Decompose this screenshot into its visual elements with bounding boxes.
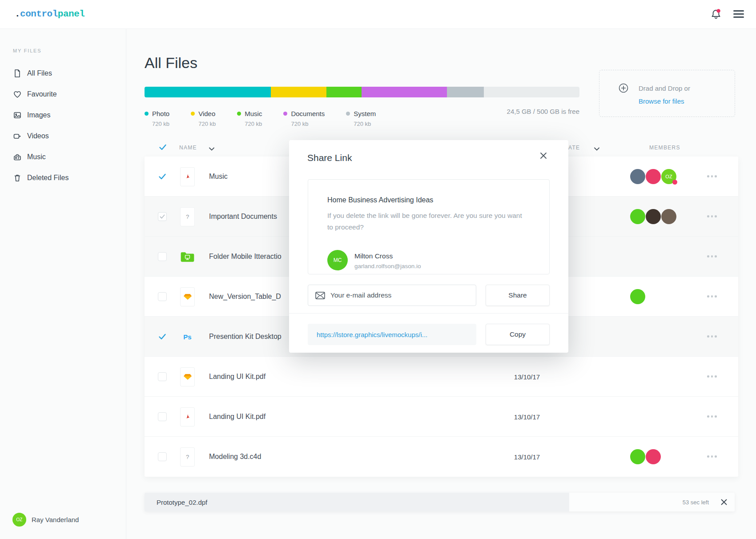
heart-icon <box>13 90 22 99</box>
file-name: New_Version_Table_D <box>209 277 281 317</box>
video-camera-icon <box>13 132 22 141</box>
pdf-file-icon <box>180 407 195 426</box>
sidebar-item-deleted-files[interactable]: Deleted Files <box>0 167 126 188</box>
row-checkbox-unchecked[interactable] <box>158 252 167 261</box>
sidebar-item-favourite[interactable]: Favourite <box>0 84 126 105</box>
storage-free-label: 24,5 GB / 500 GB is free <box>467 108 579 115</box>
sketch-file-icon <box>180 367 195 386</box>
chevron-down-icon[interactable] <box>594 147 599 151</box>
legend-item: Video720 kb <box>191 110 216 127</box>
row-checkbox-unchecked[interactable] <box>158 292 167 301</box>
email-input-wrapper <box>308 285 476 306</box>
sidebar-divider <box>126 29 126 539</box>
row-checkbox-checked-gray[interactable] <box>158 212 167 221</box>
sidebar: All Files Favourite Images Videos Music … <box>0 63 126 188</box>
file-name: Landing UI Kit.pdf <box>209 357 265 397</box>
sidebar-item-all-files[interactable]: All Files <box>0 63 126 84</box>
row-menu-dots[interactable] <box>707 255 717 257</box>
chevron-down-icon[interactable] <box>209 147 214 151</box>
contact-avatar: MC <box>327 250 348 270</box>
row-menu-dots[interactable] <box>707 335 717 338</box>
share-warning-text: If you delete the link will be gone fore… <box>327 210 527 233</box>
frog-avatar <box>630 289 645 304</box>
user-name: Ray Vanderland <box>32 516 79 523</box>
row-checkbox-checked[interactable] <box>158 332 167 341</box>
shared-file-panel: Home Business Advertising Ideas If you d… <box>308 179 550 274</box>
close-icon[interactable] <box>539 152 547 160</box>
storage-free-segment <box>484 87 579 97</box>
file-name: Important Documents <box>209 197 277 237</box>
column-header-members: MEMBERS <box>649 145 680 151</box>
frog-avatar <box>630 449 645 464</box>
photo-blue-avatar <box>630 169 645 184</box>
envelope-icon <box>315 292 325 299</box>
upload-progress-fill <box>145 493 569 511</box>
sidebar-item-images[interactable]: Images <box>0 105 126 125</box>
app-logo[interactable]: .controlpanel <box>15 9 84 19</box>
file-dropzone[interactable]: Drad and Drop or Browse for files <box>599 70 735 117</box>
table-row[interactable]: Landing UI Kit.pdf 13/10/17 <box>145 357 738 397</box>
member-avatars: OZ <box>630 169 676 184</box>
modal-title: Share Link <box>307 153 352 163</box>
row-menu-dots[interactable] <box>707 455 717 458</box>
user-avatar: OZ <box>12 513 26 527</box>
row-menu-dots[interactable] <box>707 415 717 418</box>
sidebar-item-label: Favourite <box>27 90 57 98</box>
row-checkbox-unchecked[interactable] <box>158 412 167 421</box>
share-link-modal: Share Link Home Business Advertising Ide… <box>289 140 568 353</box>
email-input[interactable] <box>330 286 473 305</box>
notifications-bell-icon[interactable] <box>710 8 722 20</box>
share-link-url[interactable]: https://lstore.graphics/livemockups/i... <box>317 331 427 338</box>
image-icon <box>13 111 22 120</box>
table-row[interactable]: ? Modeling 3d.c4d 13/10/17 <box>145 437 738 477</box>
contact-name: Milton Cross <box>354 252 393 260</box>
legend-item: System720 kb <box>346 110 376 127</box>
select-all-checkbox[interactable] <box>158 143 167 152</box>
copy-button[interactable]: Copy <box>486 324 550 345</box>
member-avatars <box>630 289 645 304</box>
row-menu-dots[interactable] <box>707 295 717 298</box>
storage-segment <box>145 87 271 97</box>
radio-icon <box>13 153 22 161</box>
share-link-box: https://lstore.graphics/livemockups/i... <box>308 324 476 345</box>
member-avatars <box>630 449 661 464</box>
row-checkbox-checked[interactable] <box>158 172 167 181</box>
upload-time-left: 53 sec left <box>683 493 709 511</box>
file-name: Presention Kit Desktop <box>209 317 281 357</box>
file-date: 13/10/17 <box>500 437 554 477</box>
sketch-file-icon <box>180 287 195 306</box>
ladybug-avatar <box>646 449 661 464</box>
photo-tan-avatar <box>661 209 676 224</box>
cancel-upload-icon[interactable] <box>720 499 728 506</box>
row-checkbox-unchecked[interactable] <box>158 372 167 381</box>
sidebar-item-label: Images <box>27 111 50 119</box>
legend-item: Documents720 kb <box>283 110 325 127</box>
row-menu-dots[interactable] <box>707 215 717 217</box>
upload-progress-bar: Prototype_02.dpf 53 sec left <box>145 493 735 511</box>
file-icon <box>13 69 22 78</box>
current-user[interactable]: OZ Ray Vanderland <box>12 513 79 527</box>
browse-for-files-link[interactable]: Browse for files <box>639 97 684 105</box>
column-header-name[interactable]: NAME <box>179 145 197 151</box>
file-date: 13/10/17 <box>500 357 554 397</box>
top-bar: .controlpanel <box>0 0 756 29</box>
sidebar-item-label: Videos <box>27 132 49 140</box>
share-button[interactable]: Share <box>486 285 550 306</box>
row-menu-dots[interactable] <box>707 375 717 378</box>
table-row[interactable]: Landing UI Kit.pdf 13/10/17 <box>145 397 738 437</box>
folder-icon <box>180 247 195 266</box>
oz-avatar: OZ <box>661 169 676 184</box>
sidebar-item-label: Music <box>27 153 46 161</box>
storage-segment <box>271 87 326 97</box>
row-menu-dots[interactable] <box>707 175 717 177</box>
sidebar-item-videos[interactable]: Videos <box>0 125 126 146</box>
legend-item: Music720 kb <box>237 110 262 127</box>
sidebar-item-music[interactable]: Music <box>0 146 126 167</box>
menu-hamburger-icon[interactable] <box>733 10 744 18</box>
notification-badge <box>716 9 720 12</box>
sidebar-item-label: All Files <box>27 69 52 77</box>
storage-bar <box>145 87 579 97</box>
file-name: Music <box>209 157 228 197</box>
row-checkbox-unchecked[interactable] <box>158 452 167 461</box>
storage-segment <box>447 87 484 97</box>
